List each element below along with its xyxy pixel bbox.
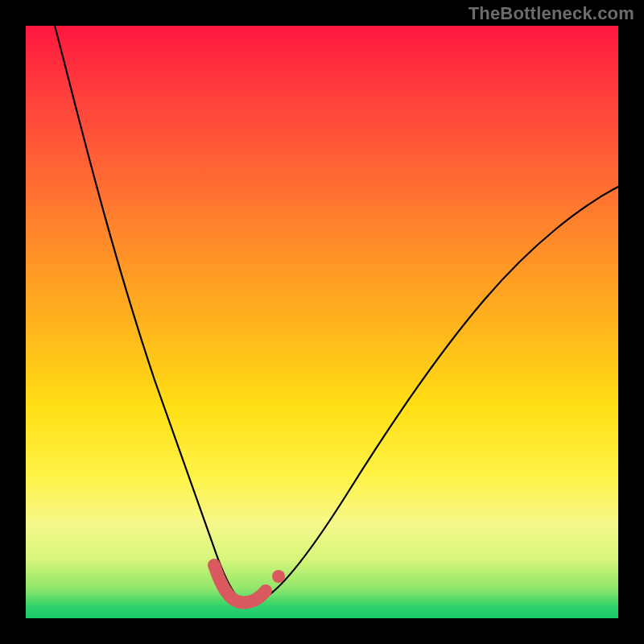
trough-highlight bbox=[214, 565, 266, 602]
watermark-text: TheBottleneck.com bbox=[469, 3, 634, 24]
chart-svg bbox=[26, 26, 618, 618]
bottleneck-curve bbox=[55, 26, 618, 602]
plot-area bbox=[26, 26, 618, 618]
outer-frame: TheBottleneck.com bbox=[0, 0, 644, 644]
highlight-dot bbox=[272, 570, 285, 583]
